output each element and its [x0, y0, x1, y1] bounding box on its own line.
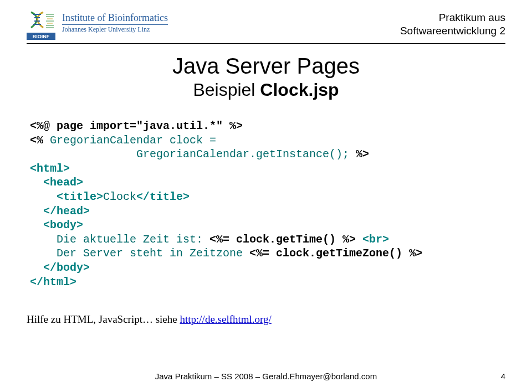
- page-number: 4: [489, 372, 505, 381]
- code-l7: </head>: [30, 205, 90, 218]
- title-main: Java Server Pages: [27, 54, 505, 79]
- code-l8: <body>: [30, 219, 83, 231]
- bioinf-logo: BIOINF: [27, 11, 55, 40]
- title-sub-prefix: Beispiel: [193, 80, 260, 100]
- slide-header: BIOINF Institut: [27, 11, 505, 44]
- code-listing: <%@ page import="java.util.*" %> <% Greg…: [30, 119, 505, 289]
- code-l11: </body>: [30, 261, 90, 274]
- course-line2: Softwareentwicklung 2: [400, 24, 505, 38]
- footer-text: Java Praktikum – SS 2008 – Gerald.Ehmaye…: [27, 372, 489, 381]
- code-l2a: <%: [30, 134, 50, 147]
- code-l10a: Der Server steht in Zeitzone: [30, 247, 249, 260]
- hint-link[interactable]: http://de.selfhtml.org/: [180, 313, 271, 325]
- title-sub-bold: Clock.jsp: [260, 80, 339, 100]
- code-l2b: GregorianCalendar clock =: [50, 134, 216, 147]
- logo-label-text: BIOINF: [33, 34, 50, 39]
- institute-block: Institute of Bioinformatics Johannes Kep…: [62, 11, 168, 34]
- logo-block: BIOINF Institut: [27, 11, 168, 40]
- slide-footer: Java Praktikum – SS 2008 – Gerald.Ehmaye…: [27, 372, 505, 381]
- code-l3: GregorianCalendar.getInstance();: [30, 148, 349, 161]
- code-l6c: </title>: [136, 190, 190, 203]
- hint-text: Hilfe zu HTML, JavaScript… siehe: [27, 313, 180, 325]
- code-l6b: Clock: [103, 190, 136, 203]
- code-l9b: <%= clock.getTime() %>: [209, 233, 356, 246]
- code-l6a: <title>: [30, 190, 103, 203]
- slide-title: Java Server Pages Beispiel Clock.jsp: [27, 54, 505, 100]
- code-l12: </html>: [30, 276, 76, 288]
- institute-line2: Johannes Kepler University Linz: [62, 25, 168, 34]
- code-l10b: <%= clock.getTimeZone() %>: [249, 247, 422, 260]
- code-l5: <head>: [30, 176, 83, 189]
- hint-line: Hilfe zu HTML, JavaScript… siehe http://…: [27, 313, 505, 326]
- course-line1: Praktikum aus: [400, 11, 505, 24]
- dna-icon: BIOINF: [27, 11, 55, 40]
- code-l9c: <br>: [356, 233, 389, 246]
- course-title-block: Praktikum aus Softwareentwicklung 2: [400, 11, 505, 38]
- code-l3b: %>: [349, 148, 369, 161]
- title-sub: Beispiel Clock.jsp: [27, 80, 505, 100]
- code-l4: <html>: [30, 162, 70, 175]
- institute-line1: Institute of Bioinformatics: [62, 12, 168, 25]
- code-l1: <%@ page import="java.util.*" %>: [30, 120, 243, 132]
- code-l9a: Die aktuelle Zeit ist:: [30, 233, 209, 246]
